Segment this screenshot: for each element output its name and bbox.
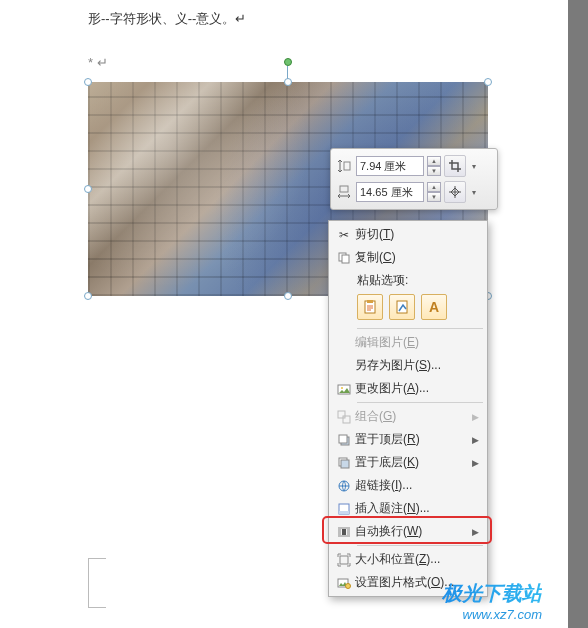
size-mini-toolbar: ▲▼ ▾ ▲▼ ▾ [330,148,498,210]
svg-rect-10 [343,416,350,423]
document-page: 形--字符形状、义--意义。↵ * ↵ ▲▼ ▾ [0,0,568,628]
position-dropdown[interactable]: ▾ [469,188,479,197]
menu-edit-picture: 编辑图片(E) [329,331,487,354]
menu-group: 组合(G) ▶ [329,405,487,428]
crop-dropdown[interactable]: ▾ [469,162,479,171]
svg-rect-5 [367,300,373,303]
edit-picture-icon [333,334,355,352]
menu-cut[interactable]: ✂ 剪切(T) [329,223,487,246]
paste-option-1[interactable] [357,294,383,320]
resize-handle-tm[interactable] [284,78,292,86]
height-spinner[interactable]: ▲▼ [427,156,441,176]
format-picture-icon [333,574,355,592]
hyperlink-icon [333,477,355,495]
svg-rect-17 [339,511,349,514]
paste-option-2[interactable] [389,294,415,320]
submenu-arrow-icon: ▶ [472,435,479,445]
bring-front-icon [333,431,355,449]
save-picture-icon [333,357,355,375]
width-input[interactable] [356,182,424,202]
copy-icon [333,249,355,267]
svg-rect-1 [340,186,348,192]
return-mark: * ↵ [88,55,108,70]
width-spinner[interactable]: ▲▼ [427,182,441,202]
svg-rect-14 [341,460,349,468]
menu-size-position[interactable]: 大小和位置(Z)... [329,548,487,571]
submenu-arrow-icon: ▶ [472,412,479,422]
menu-send-back[interactable]: 置于底层(K) ▶ [329,451,487,474]
position-button[interactable] [444,181,466,203]
size-position-icon [333,551,355,569]
svg-point-21 [346,583,351,588]
scissors-icon: ✂ [333,226,355,244]
group-icon [333,408,355,426]
submenu-arrow-icon: ▶ [472,458,479,468]
menu-change-picture[interactable]: 更改图片(A)... [329,377,487,400]
svg-point-8 [341,387,343,389]
resize-handle-tl[interactable] [84,78,92,86]
context-menu: ✂ 剪切(T) 复制(C) 粘贴选项: A 编辑图片(E) [328,220,488,597]
crop-button[interactable] [444,155,466,177]
svg-rect-3 [342,255,349,263]
menu-save-as-picture[interactable]: 另存为图片(S)... [329,354,487,377]
paste-options-label: 粘贴选项: [329,269,487,291]
submenu-arrow-icon: ▶ [472,527,479,537]
caption-icon [333,500,355,518]
svg-rect-0 [344,162,350,170]
watermark: 极光下载站 www.xz7.com [442,580,542,622]
menu-insert-caption[interactable]: 插入题注(N)... [329,497,487,520]
paste-option-3[interactable]: A [421,294,447,320]
svg-rect-19 [340,556,348,564]
svg-rect-18 [342,529,346,535]
width-icon [335,183,353,201]
separator [357,545,483,546]
paste-options-row: A [329,291,487,326]
resize-handle-bm[interactable] [284,292,292,300]
resize-handle-tr[interactable] [484,78,492,86]
height-icon [335,157,353,175]
page-shadow [568,0,588,628]
watermark-name: 极光下载站 [442,580,542,607]
separator [357,402,483,403]
document-text: 形--字符形状、义--意义。↵ [88,10,246,28]
resize-handle-bl[interactable] [84,292,92,300]
svg-rect-12 [339,435,347,443]
menu-text-wrap[interactable]: 自动换行(W) ▶ [329,520,487,543]
height-input[interactable] [356,156,424,176]
svg-rect-9 [338,411,345,418]
watermark-url: www.xz7.com [442,607,542,622]
menu-hyperlink[interactable]: 超链接(I)... [329,474,487,497]
change-picture-icon [333,380,355,398]
resize-handle-ml[interactable] [84,185,92,193]
rotation-handle[interactable] [284,58,292,66]
separator [357,328,483,329]
menu-bring-front[interactable]: 置于顶层(R) ▶ [329,428,487,451]
send-back-icon [333,454,355,472]
text-wrap-icon [333,523,355,541]
menu-copy[interactable]: 复制(C) [329,246,487,269]
margin-bracket [88,558,106,608]
